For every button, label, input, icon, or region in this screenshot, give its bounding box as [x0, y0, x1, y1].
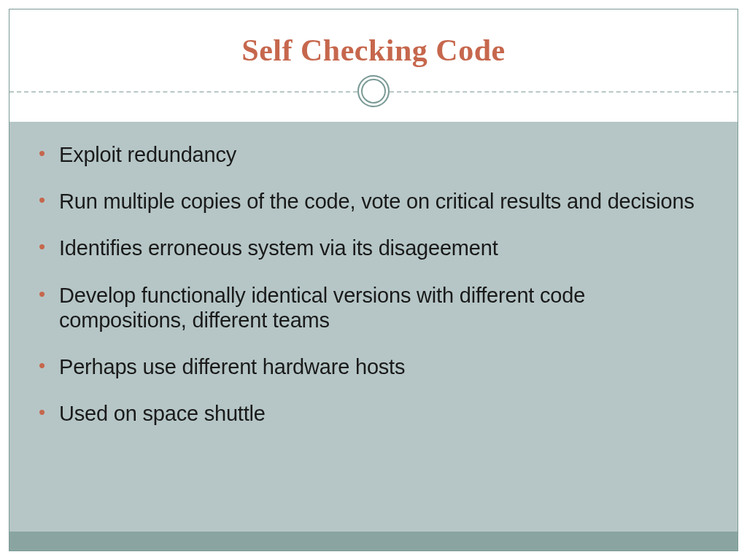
list-item: Perhaps use different hardware hosts: [39, 354, 716, 379]
ring-icon: [357, 75, 390, 107]
list-item: Used on space shuttle: [39, 401, 716, 426]
list-item: Run multiple copies of the code, vote on…: [39, 189, 716, 214]
bullet-list: Exploit redundancy Run multiple copies o…: [39, 142, 716, 427]
slide-frame: Self Checking Code Exploit redundancy Ru…: [9, 9, 738, 551]
body-area: Exploit redundancy Run multiple copies o…: [9, 122, 738, 532]
list-item: Exploit redundancy: [39, 142, 716, 167]
list-item: Identifies erroneous system via its disa…: [39, 236, 716, 260]
slide: Self Checking Code Exploit redundancy Ru…: [0, 0, 747, 560]
footer-bar: [9, 532, 738, 551]
list-item: Develop functionally identical versions …: [39, 283, 716, 332]
slide-title: Self Checking Code: [241, 33, 505, 68]
